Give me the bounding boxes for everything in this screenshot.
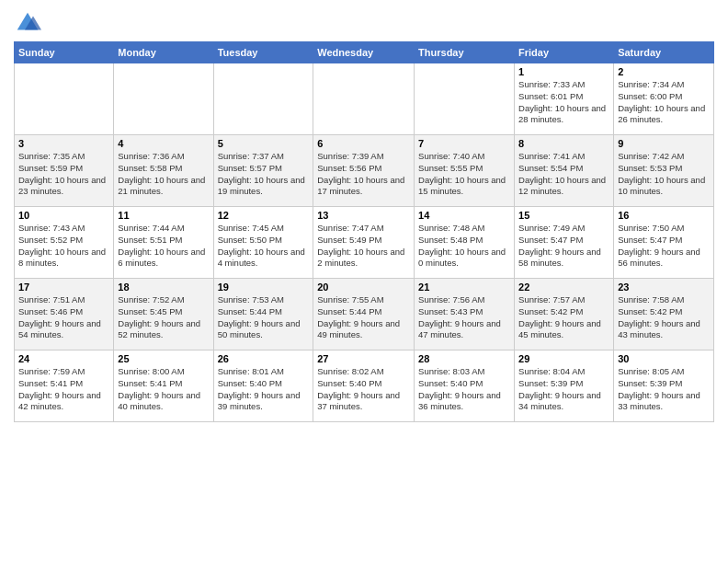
calendar-table: SundayMondayTuesdayWednesdayThursdayFrid… bbox=[14, 41, 714, 422]
day-number: 17 bbox=[18, 282, 109, 293]
day-cell: 26Sunrise: 8:01 AM Sunset: 5:40 PM Dayli… bbox=[213, 350, 313, 422]
main-container: SundayMondayTuesdayWednesdayThursdayFrid… bbox=[0, 0, 728, 431]
day-cell: 2Sunrise: 7:34 AM Sunset: 6:00 PM Daylig… bbox=[614, 63, 714, 135]
day-cell: 9Sunrise: 7:42 AM Sunset: 5:53 PM Daylig… bbox=[614, 135, 714, 207]
day-number: 30 bbox=[618, 353, 710, 364]
day-info: Sunrise: 8:03 AM Sunset: 5:40 PM Dayligh… bbox=[418, 366, 510, 413]
day-number: 26 bbox=[218, 353, 310, 364]
day-number: 10 bbox=[18, 210, 109, 221]
day-info: Sunrise: 7:48 AM Sunset: 5:48 PM Dayligh… bbox=[418, 223, 510, 270]
day-info: Sunrise: 7:52 AM Sunset: 5:45 PM Dayligh… bbox=[118, 294, 209, 341]
day-cell: 22Sunrise: 7:57 AM Sunset: 5:42 PM Dayli… bbox=[515, 279, 614, 350]
day-info: Sunrise: 7:50 AM Sunset: 5:47 PM Dayligh… bbox=[618, 223, 710, 270]
day-number: 19 bbox=[218, 282, 310, 293]
day-number: 29 bbox=[518, 353, 609, 364]
weekday-header-sunday: Sunday bbox=[15, 42, 114, 63]
day-number: 6 bbox=[317, 138, 410, 149]
day-cell: 16Sunrise: 7:50 AM Sunset: 5:47 PM Dayli… bbox=[614, 207, 714, 279]
day-cell: 19Sunrise: 7:53 AM Sunset: 5:44 PM Dayli… bbox=[213, 279, 313, 350]
day-cell: 1Sunrise: 7:33 AM Sunset: 6:01 PM Daylig… bbox=[515, 63, 614, 135]
day-number: 27 bbox=[317, 353, 410, 364]
day-cell: 15Sunrise: 7:49 AM Sunset: 5:47 PM Dayli… bbox=[515, 207, 614, 279]
weekday-header-thursday: Thursday bbox=[415, 42, 515, 63]
weekday-header-row: SundayMondayTuesdayWednesdayThursdayFrid… bbox=[15, 42, 714, 63]
day-number: 15 bbox=[518, 210, 609, 221]
day-number: 16 bbox=[618, 210, 710, 221]
day-number: 8 bbox=[518, 138, 609, 149]
day-info: Sunrise: 7:56 AM Sunset: 5:43 PM Dayligh… bbox=[418, 294, 510, 341]
day-info: Sunrise: 7:55 AM Sunset: 5:44 PM Dayligh… bbox=[317, 294, 410, 341]
day-cell: 7Sunrise: 7:40 AM Sunset: 5:55 PM Daylig… bbox=[415, 135, 515, 207]
day-info: Sunrise: 7:53 AM Sunset: 5:44 PM Dayligh… bbox=[218, 294, 310, 341]
day-number: 28 bbox=[418, 353, 510, 364]
day-info: Sunrise: 7:47 AM Sunset: 5:49 PM Dayligh… bbox=[317, 223, 410, 270]
day-info: Sunrise: 7:37 AM Sunset: 5:57 PM Dayligh… bbox=[218, 151, 310, 198]
day-cell bbox=[15, 63, 114, 135]
day-info: Sunrise: 7:41 AM Sunset: 5:54 PM Dayligh… bbox=[518, 151, 609, 198]
weekday-header-tuesday: Tuesday bbox=[213, 42, 313, 63]
day-cell: 21Sunrise: 7:56 AM Sunset: 5:43 PM Dayli… bbox=[415, 279, 515, 350]
day-info: Sunrise: 7:42 AM Sunset: 5:53 PM Dayligh… bbox=[618, 151, 710, 198]
day-cell bbox=[114, 63, 213, 135]
day-number: 21 bbox=[418, 282, 510, 293]
week-row-1: 1Sunrise: 7:33 AM Sunset: 6:01 PM Daylig… bbox=[15, 63, 714, 135]
day-info: Sunrise: 8:05 AM Sunset: 5:39 PM Dayligh… bbox=[618, 366, 710, 413]
day-number: 3 bbox=[18, 138, 109, 149]
header bbox=[14, 9, 714, 37]
day-number: 5 bbox=[218, 138, 310, 149]
day-number: 24 bbox=[18, 353, 109, 364]
day-cell: 24Sunrise: 7:59 AM Sunset: 5:41 PM Dayli… bbox=[15, 350, 114, 422]
week-row-5: 24Sunrise: 7:59 AM Sunset: 5:41 PM Dayli… bbox=[15, 350, 714, 422]
day-cell: 6Sunrise: 7:39 AM Sunset: 5:56 PM Daylig… bbox=[313, 135, 415, 207]
day-number: 14 bbox=[418, 210, 510, 221]
logo-icon bbox=[14, 9, 41, 37]
day-cell bbox=[415, 63, 515, 135]
weekday-header-monday: Monday bbox=[114, 42, 213, 63]
day-number: 11 bbox=[118, 210, 209, 221]
day-cell: 13Sunrise: 7:47 AM Sunset: 5:49 PM Dayli… bbox=[313, 207, 415, 279]
day-cell: 18Sunrise: 7:52 AM Sunset: 5:45 PM Dayli… bbox=[114, 279, 213, 350]
day-cell: 30Sunrise: 8:05 AM Sunset: 5:39 PM Dayli… bbox=[614, 350, 714, 422]
logo bbox=[14, 9, 45, 37]
day-cell: 27Sunrise: 8:02 AM Sunset: 5:40 PM Dayli… bbox=[313, 350, 415, 422]
day-number: 22 bbox=[518, 282, 609, 293]
day-number: 13 bbox=[317, 210, 410, 221]
week-row-3: 10Sunrise: 7:43 AM Sunset: 5:52 PM Dayli… bbox=[15, 207, 714, 279]
day-cell: 8Sunrise: 7:41 AM Sunset: 5:54 PM Daylig… bbox=[515, 135, 614, 207]
day-info: Sunrise: 7:51 AM Sunset: 5:46 PM Dayligh… bbox=[18, 294, 109, 341]
day-info: Sunrise: 7:40 AM Sunset: 5:55 PM Dayligh… bbox=[418, 151, 510, 198]
weekday-header-wednesday: Wednesday bbox=[313, 42, 415, 63]
day-cell bbox=[313, 63, 415, 135]
day-cell bbox=[213, 63, 313, 135]
day-info: Sunrise: 7:45 AM Sunset: 5:50 PM Dayligh… bbox=[218, 223, 310, 270]
day-cell: 23Sunrise: 7:58 AM Sunset: 5:42 PM Dayli… bbox=[614, 279, 714, 350]
day-cell: 10Sunrise: 7:43 AM Sunset: 5:52 PM Dayli… bbox=[15, 207, 114, 279]
day-number: 1 bbox=[518, 66, 609, 77]
day-info: Sunrise: 7:33 AM Sunset: 6:01 PM Dayligh… bbox=[518, 79, 609, 126]
day-info: Sunrise: 7:59 AM Sunset: 5:41 PM Dayligh… bbox=[18, 366, 109, 413]
day-info: Sunrise: 8:04 AM Sunset: 5:39 PM Dayligh… bbox=[518, 366, 609, 413]
day-cell: 25Sunrise: 8:00 AM Sunset: 5:41 PM Dayli… bbox=[114, 350, 213, 422]
day-cell: 17Sunrise: 7:51 AM Sunset: 5:46 PM Dayli… bbox=[15, 279, 114, 350]
day-number: 18 bbox=[118, 282, 209, 293]
day-cell: 4Sunrise: 7:36 AM Sunset: 5:58 PM Daylig… bbox=[114, 135, 213, 207]
day-info: Sunrise: 7:35 AM Sunset: 5:59 PM Dayligh… bbox=[18, 151, 109, 198]
day-info: Sunrise: 7:36 AM Sunset: 5:58 PM Dayligh… bbox=[118, 151, 209, 198]
day-number: 20 bbox=[317, 282, 410, 293]
day-info: Sunrise: 7:44 AM Sunset: 5:51 PM Dayligh… bbox=[118, 223, 209, 270]
day-cell: 29Sunrise: 8:04 AM Sunset: 5:39 PM Dayli… bbox=[515, 350, 614, 422]
day-cell: 20Sunrise: 7:55 AM Sunset: 5:44 PM Dayli… bbox=[313, 279, 415, 350]
day-number: 25 bbox=[118, 353, 209, 364]
day-cell: 5Sunrise: 7:37 AM Sunset: 5:57 PM Daylig… bbox=[213, 135, 313, 207]
day-info: Sunrise: 8:00 AM Sunset: 5:41 PM Dayligh… bbox=[118, 366, 209, 413]
day-info: Sunrise: 7:34 AM Sunset: 6:00 PM Dayligh… bbox=[618, 79, 710, 126]
day-info: Sunrise: 8:02 AM Sunset: 5:40 PM Dayligh… bbox=[317, 366, 410, 413]
day-info: Sunrise: 7:39 AM Sunset: 5:56 PM Dayligh… bbox=[317, 151, 410, 198]
day-number: 7 bbox=[418, 138, 510, 149]
day-number: 9 bbox=[618, 138, 710, 149]
day-cell: 3Sunrise: 7:35 AM Sunset: 5:59 PM Daylig… bbox=[15, 135, 114, 207]
day-number: 4 bbox=[118, 138, 209, 149]
day-cell: 14Sunrise: 7:48 AM Sunset: 5:48 PM Dayli… bbox=[415, 207, 515, 279]
day-info: Sunrise: 7:57 AM Sunset: 5:42 PM Dayligh… bbox=[518, 294, 609, 341]
day-info: Sunrise: 7:43 AM Sunset: 5:52 PM Dayligh… bbox=[18, 223, 109, 270]
